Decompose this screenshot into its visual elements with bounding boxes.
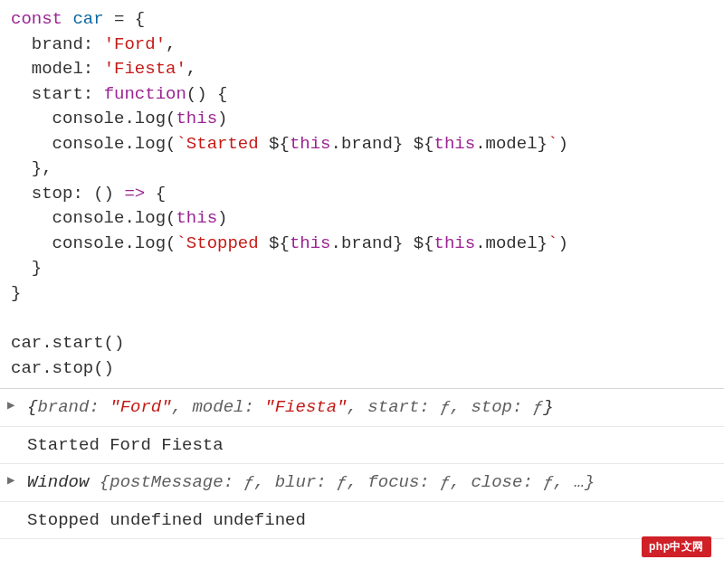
v-blur: ƒ [337, 472, 347, 492]
obj-close: } [543, 397, 553, 417]
console-stopped: Stopped undefined undefined [0, 502, 724, 540]
cp3: ) [217, 208, 227, 228]
v-model: "Fiesta" [264, 397, 347, 417]
v-stop: ƒ [533, 397, 543, 417]
code-snippet: const car = { brand: 'Ford', model: 'Fie… [0, 0, 724, 388]
sp1 [403, 134, 413, 154]
win-trail: , …} [554, 472, 595, 492]
console-window[interactable]: Window {postMessage: ƒ, blur: ƒ, focus: … [0, 464, 724, 502]
tc2: ` [548, 233, 557, 253]
this3: this [434, 134, 476, 154]
do4: ${ [414, 233, 434, 253]
keyword-const: const [11, 9, 62, 29]
comma2: , [186, 59, 196, 79]
arrow-open: { [145, 184, 166, 204]
do1: ${ [269, 134, 290, 154]
call-start: car.start() [11, 333, 124, 353]
console-obj-car[interactable]: {brand: "Ford", model: "Fiesta", start: … [0, 389, 724, 427]
win-open: { [100, 472, 110, 492]
k-brand: brand: [37, 397, 110, 417]
k-model: model: [192, 397, 264, 417]
wsep1: , [254, 472, 275, 492]
wsep2: , [348, 472, 368, 492]
stopped-text: Stopped undefined undefined [27, 510, 306, 530]
console-started: Started Ford Fiesta [0, 427, 724, 465]
keyword-function: function [104, 84, 186, 104]
tm1: .model [475, 134, 537, 154]
cb2: } [538, 134, 548, 154]
tc1: ` [548, 134, 557, 154]
k-blur: blur: [275, 472, 337, 492]
wsep3: , [451, 472, 472, 492]
cp4: ) [557, 233, 567, 253]
do2: ${ [414, 134, 434, 154]
this5: this [290, 233, 331, 253]
v-focus: ƒ [440, 472, 450, 492]
v-close: ƒ [543, 472, 553, 492]
console-log2: console.log( [11, 134, 176, 154]
eq-open: = { [104, 9, 146, 29]
v-pm: ƒ [243, 472, 253, 492]
k-start: start: [367, 397, 440, 417]
console-log4: console.log( [11, 233, 176, 253]
tb1: .brand [330, 134, 392, 154]
str-ford: 'Ford' [104, 34, 166, 54]
cb1: } [393, 134, 403, 154]
k-focus: focus: [367, 472, 440, 492]
close-stop: } [11, 258, 42, 278]
close-start: }, [11, 158, 52, 178]
prop-model: model: [11, 59, 104, 79]
v-brand: "Ford" [110, 397, 171, 417]
arrow: => [124, 184, 145, 204]
win-name: Window [27, 472, 100, 492]
this6: this [434, 233, 476, 253]
cp1: ) [217, 109, 227, 128]
console-output: {brand: "Ford", model: "Fiesta", start: … [0, 388, 724, 539]
obj-close: } [11, 283, 21, 303]
do3: ${ [269, 233, 290, 253]
k-close: close: [471, 472, 543, 492]
prop-stop: stop: () [11, 184, 124, 204]
console-log3: console.log( [11, 208, 176, 228]
call-stop: car.stop() [11, 358, 114, 378]
cb3: } [393, 233, 403, 253]
var-car: car [72, 9, 103, 29]
cp2: ) [557, 134, 567, 154]
str-started-a: `Started [176, 134, 269, 154]
v-start: ƒ [440, 397, 450, 417]
comma: , [166, 34, 176, 54]
str-fiesta: 'Fiesta' [104, 59, 186, 79]
prop-brand: brand: [11, 34, 104, 54]
prop-start: start: [11, 84, 104, 104]
this4: this [176, 208, 217, 228]
sep2: , [348, 397, 368, 417]
cb4: } [538, 233, 548, 253]
obj-open: { [27, 397, 37, 417]
watermark-logo: php中文网 [642, 536, 711, 557]
sp2 [403, 233, 413, 253]
this1: this [176, 109, 217, 128]
sep3: , [451, 397, 472, 417]
tb2: .brand [330, 233, 392, 253]
str-stopped-a: `Stopped [176, 233, 269, 253]
console-log1: console.log( [11, 109, 176, 128]
k-stop: stop: [471, 397, 532, 417]
fn-paren: () { [186, 84, 228, 104]
started-text: Started Ford Fiesta [27, 435, 224, 455]
this2: this [290, 134, 331, 154]
k-pm: postMessage: [110, 472, 243, 492]
sep1: , [172, 397, 193, 417]
tm2: .model [475, 233, 537, 253]
